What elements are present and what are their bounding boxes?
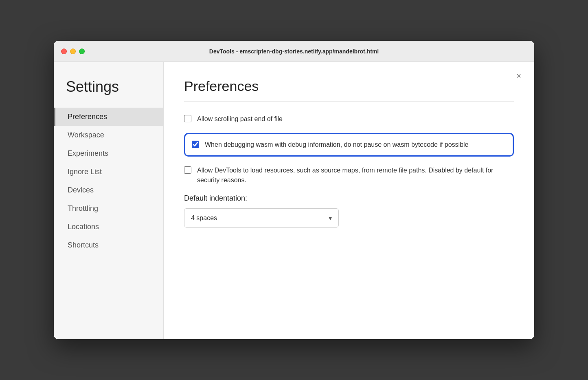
sidebar-item-workspace[interactable]: Workspace: [54, 126, 163, 144]
setting-row-scroll: Allow scrolling past end of file: [184, 114, 514, 124]
scroll-past-end-checkbox[interactable]: [184, 115, 191, 122]
wasm-debug-checkbox[interactable]: [192, 141, 199, 148]
maximize-traffic-light[interactable]: [79, 49, 85, 54]
title-bar: DevTools - emscripten-dbg-stories.netlif…: [54, 41, 534, 62]
close-traffic-light[interactable]: [61, 49, 67, 54]
indentation-dropdown[interactable]: 2 spaces 4 spaces 8 spaces Tab character: [184, 208, 339, 228]
sidebar-heading: Settings: [54, 78, 163, 108]
scroll-past-end-label: Allow scrolling past end of file: [197, 114, 283, 124]
indentation-label: Default indentation:: [184, 194, 514, 203]
wasm-debug-label: When debugging wasm with debug informati…: [205, 140, 469, 150]
sidebar: Settings Preferences Workspace Experimen…: [54, 62, 164, 339]
sidebar-item-devices[interactable]: Devices: [54, 181, 163, 199]
content-title: Preferences: [184, 78, 514, 94]
setting-row-wasm: When debugging wasm with debug informati…: [184, 133, 514, 157]
sidebar-item-throttling[interactable]: Throttling: [54, 199, 163, 218]
indentation-section: Default indentation: 2 spaces 4 spaces 8…: [184, 194, 514, 228]
divider: [184, 102, 514, 102]
window-title: DevTools - emscripten-dbg-stories.netlif…: [209, 48, 379, 55]
remote-file-paths-checkbox[interactable]: [184, 166, 191, 174]
indentation-dropdown-wrapper: 2 spaces 4 spaces 8 spaces Tab character…: [184, 208, 339, 228]
close-button[interactable]: ×: [513, 70, 524, 82]
sidebar-item-ignore-list[interactable]: Ignore List: [54, 163, 163, 181]
traffic-lights: [61, 49, 85, 54]
sidebar-item-experiments[interactable]: Experiments: [54, 144, 163, 163]
minimize-traffic-light[interactable]: [70, 49, 76, 54]
window-body: Settings Preferences Workspace Experimen…: [54, 62, 534, 339]
sidebar-item-preferences[interactable]: Preferences: [54, 108, 163, 126]
main-content: × Preferences Allow scrolling past end o…: [164, 62, 534, 339]
sidebar-item-locations[interactable]: Locations: [54, 218, 163, 236]
sidebar-item-shortcuts[interactable]: Shortcuts: [54, 236, 163, 254]
mac-window: DevTools - emscripten-dbg-stories.netlif…: [54, 41, 534, 339]
remote-file-paths-label: Allow DevTools to load resources, such a…: [197, 166, 514, 185]
setting-row-remote: Allow DevTools to load resources, such a…: [184, 166, 514, 185]
